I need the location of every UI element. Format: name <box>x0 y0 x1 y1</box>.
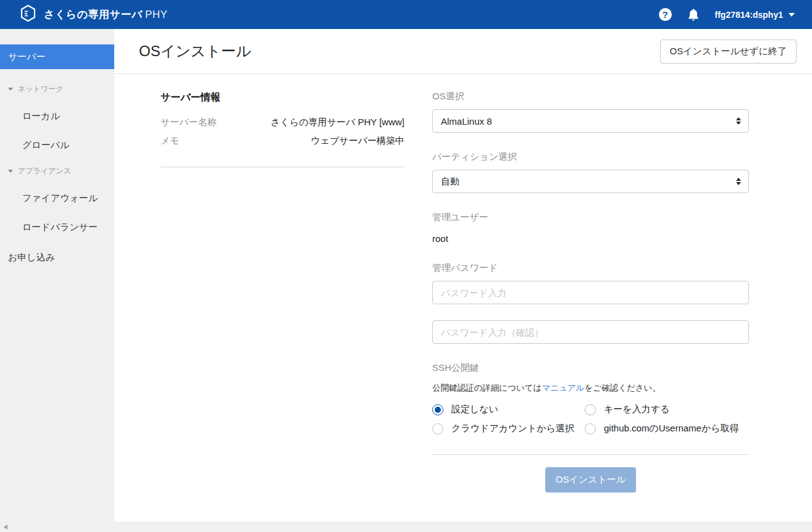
password-confirm-input[interactable] <box>432 320 749 344</box>
radio-icon <box>585 423 596 434</box>
sidebar-item-loadbalancer[interactable]: ロードバランサー <box>22 222 114 233</box>
page-header: OSインストール OSインストールせずに終了 <box>114 29 812 74</box>
radio-ssh-key-input[interactable]: キーを入力する <box>585 404 749 415</box>
exit-without-install-button[interactable]: OSインストールせずに終了 <box>660 39 797 64</box>
divider <box>161 167 404 167</box>
select-spinner-icon <box>736 117 741 125</box>
sidebar: サーバー ネットワーク ローカル グローバル アプライアンス ファイアウォール … <box>0 29 114 522</box>
partition-select-label: パーティション選択 <box>432 151 749 163</box>
horizontal-scrollbar[interactable] <box>0 522 812 532</box>
triangle-down-icon <box>8 88 13 91</box>
topbar: さくらの専用サーバPHY ? ffg27814:dsphy1 <box>0 0 812 29</box>
admin-password-label: 管理パスワード <box>432 262 749 274</box>
os-select[interactable]: AlmaLinux 8 <box>432 109 749 133</box>
radio-ssh-cloud-account[interactable]: クラウドアカウントから選択 <box>432 423 585 434</box>
brand[interactable]: さくらの専用サーバPHY <box>20 4 167 25</box>
select-spinner-icon <box>736 178 741 185</box>
admin-user-label: 管理ユーザー <box>432 212 749 223</box>
radio-icon <box>432 404 443 415</box>
ssh-help-prefix: 公開鍵認証の詳細については <box>432 383 542 393</box>
os-install-form: OS選択 AlmaLinux 8 パーティション選択 自動 管理ユーザー roo… <box>432 86 749 493</box>
radio-label: 設定しない <box>451 404 498 415</box>
server-name-row: サーバー名称 さくらの専用サーバ PHY [www] <box>161 117 404 128</box>
radio-label: github.comのUsernameから取得 <box>604 423 739 434</box>
ssh-public-key-label: SSH公開鍵 <box>432 362 749 374</box>
chevron-down-icon <box>789 13 795 17</box>
manual-link[interactable]: マニュアル <box>542 383 584 393</box>
server-info-heading: サーバー情報 <box>161 91 404 104</box>
admin-user-value: root <box>432 233 749 244</box>
server-info-panel: サーバー情報 サーバー名称 さくらの専用サーバ PHY [www] メモ ウェブ… <box>161 86 404 493</box>
memo-value: ウェブサーバー構築中 <box>311 135 404 147</box>
brand-title: さくらの専用サーバPHY <box>44 7 167 22</box>
radio-ssh-github[interactable]: github.comのUsernameから取得 <box>585 423 749 434</box>
sidebar-group-appliance[interactable]: アプライアンス <box>8 166 114 177</box>
password-input[interactable] <box>432 281 749 304</box>
server-name-value: さくらの専用サーバ PHY [www] <box>270 117 404 128</box>
server-name-label: サーバー名称 <box>161 117 217 128</box>
os-select-label: OS選択 <box>432 91 749 102</box>
radio-icon <box>432 423 443 434</box>
memo-label: メモ <box>161 135 180 147</box>
memo-row: メモ ウェブサーバー構築中 <box>161 135 404 147</box>
os-select-value: AlmaLinux 8 <box>441 116 492 127</box>
sidebar-item-order[interactable]: お申し込み <box>8 252 114 264</box>
partition-select[interactable]: 自動 <box>432 170 749 193</box>
os-install-button[interactable]: OSインストール <box>545 467 636 493</box>
radio-label: キーを入力する <box>604 404 669 415</box>
account-menu[interactable]: ffg27814:dsphy1 <box>715 10 795 20</box>
sidebar-item-local[interactable]: ローカル <box>22 110 114 122</box>
sidebar-item-global[interactable]: グローバル <box>22 139 114 151</box>
help-icon[interactable]: ? <box>659 8 672 21</box>
radio-label: クラウドアカウントから選択 <box>451 423 574 434</box>
sidebar-group-label: アプライアンス <box>18 166 71 177</box>
triangle-down-icon <box>8 170 13 173</box>
notification-bell-icon[interactable] <box>688 9 699 21</box>
logo-icon <box>20 4 36 25</box>
sidebar-item-firewall[interactable]: ファイアウォール <box>22 193 114 204</box>
account-label: ffg27814:dsphy1 <box>715 10 783 20</box>
ssh-key-options: 設定しない キーを入力する クラウドアカウントから選択 github.comのU… <box>432 404 749 434</box>
sidebar-group-label: ネットワーク <box>18 84 63 94</box>
main-content: OSインストール OSインストールせずに終了 サーバー情報 サーバー名称 さくら… <box>114 29 812 522</box>
scroll-left-arrow-icon[interactable] <box>4 525 7 530</box>
submit-area: OSインストール <box>432 454 749 493</box>
sidebar-group-network[interactable]: ネットワーク <box>8 84 114 94</box>
radio-ssh-none[interactable]: 設定しない <box>432 404 585 415</box>
ssh-help-suffix: をご確認ください。 <box>585 383 661 393</box>
partition-select-value: 自動 <box>441 176 459 188</box>
radio-icon <box>585 404 596 415</box>
page-title: OSインストール <box>139 41 251 61</box>
sidebar-item-server[interactable]: サーバー <box>0 44 114 69</box>
ssh-help-text: 公開鍵認証の詳細についてはマニュアルをご確認ください。 <box>432 383 749 394</box>
